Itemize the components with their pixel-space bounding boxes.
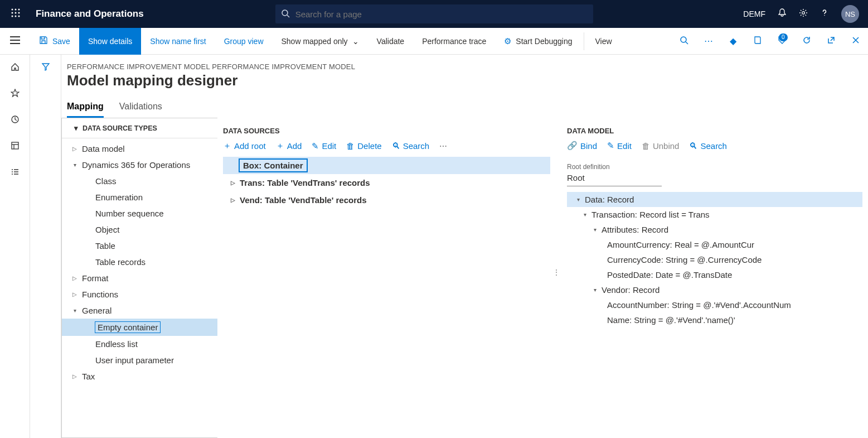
show-mapped-only-dropdown[interactable]: Show mapped only ⌄ [273, 28, 368, 55]
start-debugging-button[interactable]: ⚙ Start Debugging [495, 28, 581, 55]
search-button[interactable]: 🔍︎Search [689, 141, 727, 151]
caret-down-icon: ▾ [571, 196, 585, 203]
validate-button[interactable]: Validate [368, 28, 414, 55]
tree-node-functions[interactable]: ▷Functions [62, 286, 217, 302]
edit-button[interactable]: ✎Edit [607, 141, 632, 151]
tree-node-empty-container[interactable]: Empty container [62, 319, 217, 336]
modules-icon[interactable] [11, 167, 20, 179]
svg-point-2 [18, 8, 20, 10]
book-icon[interactable] [745, 36, 770, 47]
tree-node-endless-list[interactable]: Endless list [62, 336, 217, 352]
view-button[interactable]: View [586, 28, 621, 55]
show-name-first-button[interactable]: Show name first [141, 28, 215, 55]
caret-down-icon: ▾ [67, 307, 82, 314]
ds-row-trans[interactable]: ▷Trans: Table 'VendTrans' records [223, 174, 550, 191]
workspace-icon[interactable] [11, 141, 20, 153]
filter-icon[interactable] [41, 62, 50, 438]
caret-right-icon: ▷ [67, 291, 82, 297]
dm-row-attributes[interactable]: ▾Attributes: Record [567, 222, 862, 237]
trash-icon: 🗑 [642, 141, 650, 151]
tree-node-enumeration[interactable]: Enumeration [62, 189, 217, 205]
tree-node-general[interactable]: ▾General [62, 302, 217, 319]
dm-row-amount-currency[interactable]: AmountCurrency: Real = @.AmountCur [567, 237, 862, 252]
data-model-panel: DATA MODEL 🔗Bind ✎Edit 🗑Unbind 🔍︎Search … [556, 118, 868, 438]
popout-icon[interactable] [819, 36, 843, 47]
caret-right-icon: ▷ [226, 180, 240, 186]
bind-button[interactable]: 🔗Bind [567, 141, 597, 151]
svg-point-11 [802, 11, 805, 14]
tab-mapping[interactable]: Mapping [67, 102, 104, 118]
page-title: Model mapping designer [67, 72, 862, 89]
search-button[interactable]: 🔍︎Search [392, 141, 430, 151]
home-icon[interactable] [11, 62, 20, 74]
tree-node-number-sequence[interactable]: Number sequence [62, 205, 217, 222]
ds-row-vend[interactable]: ▷Vend: Table 'VendTable' records [223, 191, 550, 209]
user-avatar[interactable]: NS [841, 5, 859, 23]
show-details-button[interactable]: Show details [79, 28, 141, 55]
app-name: Finance and Operations [27, 8, 153, 20]
global-search-input[interactable] [295, 9, 593, 19]
group-view-button[interactable]: Group view [215, 28, 273, 55]
dm-row-data[interactable]: ▾Data: Record [567, 192, 862, 207]
save-button[interactable]: Save [30, 28, 79, 55]
nav-toggle-button[interactable] [0, 36, 30, 46]
caret-down-icon: ▾ [67, 162, 82, 168]
add-button[interactable]: ＋Add [276, 141, 302, 151]
tree-node-user-input-parameter[interactable]: User input parameter [62, 352, 217, 368]
dm-row-transaction[interactable]: ▾Transaction: Record list = Trans [567, 207, 862, 222]
bell-icon[interactable] [778, 8, 787, 20]
save-icon [39, 36, 48, 46]
tree-node-class[interactable]: Class [62, 173, 217, 189]
tree-node-object[interactable]: Object [62, 222, 217, 238]
tag-icon[interactable]: 0 [770, 36, 794, 47]
delete-button[interactable]: 🗑Delete [346, 141, 381, 151]
top-bar: Finance and Operations DEMF NS [0, 0, 868, 28]
performance-trace-button[interactable]: Performance trace [413, 28, 495, 55]
tag-badge: 0 [779, 33, 788, 41]
dm-row-posted-date[interactable]: PostedDate: Date = @.TransDate [567, 267, 862, 282]
filter-rail [30, 55, 61, 438]
tab-validations[interactable]: Validations [119, 102, 162, 118]
caret-down-icon: ▾ [578, 211, 591, 218]
data-sources-header: DATA SOURCES [223, 118, 550, 138]
tree-node-data-model[interactable]: ▷Data model [62, 141, 217, 157]
refresh-icon[interactable] [794, 36, 819, 47]
link-icon: 🔗 [567, 141, 578, 151]
global-search[interactable] [275, 4, 593, 23]
tree-node-format[interactable]: ▷Format [62, 270, 217, 286]
clock-icon[interactable] [11, 115, 20, 127]
search-icon: 🔍︎ [392, 141, 400, 151]
d365-icon[interactable]: ◆ [721, 36, 745, 46]
dm-row-currency-code[interactable]: CurrencyCode: String = @.CurrencyCode [567, 252, 862, 267]
edit-button[interactable]: ✎Edit [312, 141, 336, 151]
plus-icon: ＋ [276, 141, 284, 151]
dm-row-vendor-name[interactable]: Name: String = @.'#Vend'.'name()' [567, 312, 862, 328]
find-icon[interactable] [672, 36, 696, 47]
tree-node-d365[interactable]: ▾Dynamics 365 for Operations [62, 157, 217, 173]
tree-node-table[interactable]: Table [62, 238, 217, 254]
tree-node-table-records[interactable]: Table records [62, 254, 217, 270]
save-label: Save [52, 37, 70, 46]
overflow-icon[interactable]: ⋯ [696, 36, 721, 46]
help-icon[interactable] [820, 8, 829, 20]
company-label[interactable]: DEMF [743, 9, 765, 18]
dm-row-account-number[interactable]: AccountNumber: String = @.'#Vend'.Accoun… [567, 297, 862, 312]
add-root-button[interactable]: ＋Add root [223, 141, 266, 151]
overflow-icon[interactable]: ⋯ [439, 142, 447, 151]
root-definition-value[interactable]: Root [567, 171, 662, 186]
search-icon: 🔍︎ [689, 141, 697, 151]
caret-down-icon: ▾ [74, 124, 78, 132]
dm-row-vendor[interactable]: ▾Vendor: Record [567, 282, 862, 297]
caret-down-icon: ▾ [588, 227, 602, 233]
data-source-types-header[interactable]: ▾ DATA SOURCE TYPES [62, 118, 217, 138]
star-icon[interactable] [11, 89, 20, 100]
ds-row-box[interactable]: Box: Container [223, 157, 550, 174]
svg-point-7 [15, 15, 17, 17]
app-launcher-icon[interactable] [4, 8, 27, 20]
splitter-handle[interactable]: ⋮ [554, 263, 559, 282]
close-icon[interactable] [843, 36, 868, 47]
tree-node-tax[interactable]: ▷Tax [62, 368, 217, 384]
svg-point-4 [15, 12, 17, 13]
unbind-button[interactable]: 🗑Unbind [642, 141, 680, 151]
gear-icon[interactable] [799, 8, 808, 20]
